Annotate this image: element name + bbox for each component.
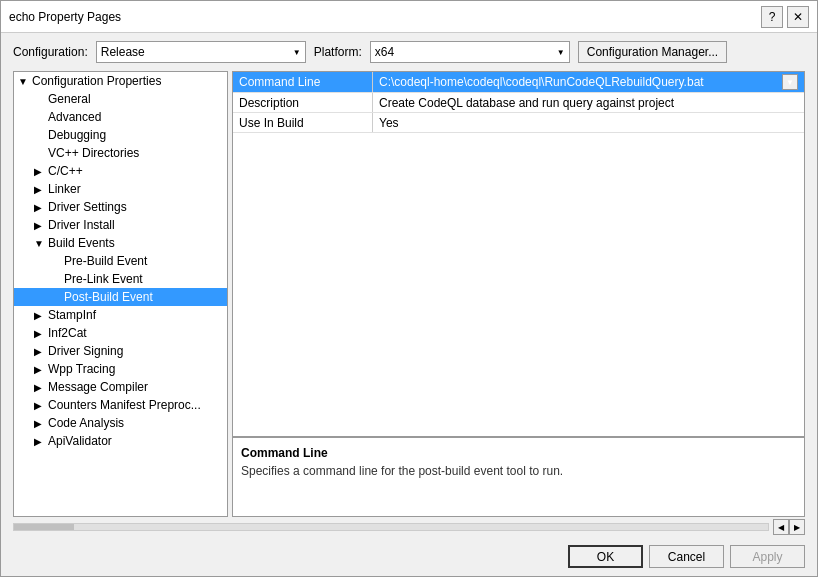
ok-button[interactable]: OK [568,545,643,568]
bottom-bar: OK Cancel Apply [1,537,817,576]
property-grid: Command LineC:\codeql-home\codeql\codeql… [233,72,804,436]
tree-item-label: Linker [48,182,81,196]
tree-scrollbar-track[interactable] [13,523,769,531]
tree-item-label: General [48,92,91,106]
tree-item[interactable]: ▶Driver Signing [14,342,227,360]
tree-item-label: StampInf [48,308,96,322]
tree-item[interactable]: ▶Code Analysis [14,414,227,432]
tree-item[interactable]: ▶C/C++ [14,162,227,180]
help-button[interactable]: ? [761,6,783,28]
tree-panel: ▼Configuration PropertiesGeneralAdvanced… [13,71,228,517]
property-name: Use In Build [233,113,373,132]
tree-item[interactable]: ▼Build Events [14,234,227,252]
tree-item[interactable]: VC++ Directories [14,144,227,162]
expand-icon: ▶ [34,400,46,411]
tree-item[interactable]: Debugging [14,126,227,144]
property-row[interactable]: Command LineC:\codeql-home\codeql\codeql… [233,72,804,93]
platform-label: Platform: [314,45,362,59]
tree-item-label: Pre-Link Event [64,272,143,286]
expand-icon: ▶ [34,310,46,321]
description-text: Specifies a command line for the post-bu… [241,464,796,478]
property-value: C:\codeql-home\codeql\codeql\RunCodeQLRe… [373,72,804,92]
expand-icon: ▶ [34,346,46,357]
prop-value-wrapper: C:\codeql-home\codeql\codeql\RunCodeQLRe… [379,74,798,90]
title-bar: echo Property Pages ? ✕ [1,1,817,33]
tree-item-label: Post-Build Event [64,290,153,304]
platform-value: x64 [375,45,394,59]
tree-item-label: Driver Settings [48,200,127,214]
tree-scrollbar-area: ◀ ▶ [1,517,817,537]
tree-item[interactable]: Advanced [14,108,227,126]
dialog-title: echo Property Pages [9,10,121,24]
description-panel: Command Line Specifies a command line fo… [233,436,804,516]
title-bar-buttons: ? ✕ [761,6,809,28]
tree-item[interactable]: ▶StampInf [14,306,227,324]
main-area: ▼Configuration PropertiesGeneralAdvanced… [1,71,817,517]
tree-item[interactable]: Post-Build Event [14,288,227,306]
tree-item[interactable]: ▶Driver Install [14,216,227,234]
expand-icon: ▼ [34,238,46,249]
config-label: Configuration: [13,45,88,59]
tree-item-label: Build Events [48,236,115,250]
expand-icon: ▶ [34,166,46,177]
tree-item-label: Debugging [48,128,106,142]
tree-item[interactable]: ▶Linker [14,180,227,198]
property-name: Command Line [233,72,373,92]
property-pages-dialog: echo Property Pages ? ✕ Configuration: R… [0,0,818,577]
tree-item-label: Inf2Cat [48,326,87,340]
scroll-right-button[interactable]: ▶ [789,519,805,535]
config-dropdown-icon: ▼ [293,48,301,57]
expand-icon: ▶ [34,436,46,447]
platform-dropdown-icon: ▼ [557,48,565,57]
expand-icon: ▶ [34,328,46,339]
expand-icon: ▶ [34,184,46,195]
cancel-button[interactable]: Cancel [649,545,724,568]
tree-item[interactable]: ▶Driver Settings [14,198,227,216]
tree-item-label: Pre-Build Event [64,254,147,268]
tree-item-label: Code Analysis [48,416,124,430]
tree-item-label: Counters Manifest Preproc... [48,398,201,412]
tree-item-label: VC++ Directories [48,146,139,160]
scrollbar-arrows: ◀ ▶ [773,519,805,535]
tree-item[interactable]: ▼Configuration Properties [14,72,227,90]
apply-button[interactable]: Apply [730,545,805,568]
tree-item-label: Message Compiler [48,380,148,394]
expand-icon: ▶ [34,220,46,231]
tree-item[interactable]: Pre-Link Event [14,270,227,288]
property-row[interactable]: Use In BuildYes [233,113,804,133]
expand-icon: ▶ [34,418,46,429]
configuration-select[interactable]: Release ▼ [96,41,306,63]
tree-item-label: Driver Signing [48,344,123,358]
description-title: Command Line [241,446,796,460]
tree-item[interactable]: ▶ApiValidator [14,432,227,450]
tree-item[interactable]: ▶Wpp Tracing [14,360,227,378]
tree-item-label: Driver Install [48,218,115,232]
expand-icon: ▶ [34,202,46,213]
expand-icon: ▼ [18,76,30,87]
prop-dropdown-button[interactable]: ▼ [782,74,798,90]
property-row[interactable]: DescriptionCreate CodeQL database and ru… [233,93,804,113]
config-bar: Configuration: Release ▼ Platform: x64 ▼… [1,33,817,71]
tree-item-label: Wpp Tracing [48,362,115,376]
config-manager-button[interactable]: Configuration Manager... [578,41,727,63]
close-button[interactable]: ✕ [787,6,809,28]
property-value: Create CodeQL database and run query aga… [373,93,804,112]
content-panel: Command LineC:\codeql-home\codeql\codeql… [232,71,805,517]
tree-item-label: Advanced [48,110,101,124]
property-name: Description [233,93,373,112]
platform-select[interactable]: x64 ▼ [370,41,570,63]
expand-icon: ▶ [34,364,46,375]
config-value: Release [101,45,145,59]
prop-value-text: C:\codeql-home\codeql\codeql\RunCodeQLRe… [379,75,782,89]
tree-item[interactable]: ▶Inf2Cat [14,324,227,342]
tree-item-label: ApiValidator [48,434,112,448]
tree-item[interactable]: ▶Message Compiler [14,378,227,396]
property-value: Yes [373,113,804,132]
scroll-left-button[interactable]: ◀ [773,519,789,535]
tree-item[interactable]: ▶Counters Manifest Preproc... [14,396,227,414]
tree-item[interactable]: Pre-Build Event [14,252,227,270]
tree-item[interactable]: General [14,90,227,108]
tree-scrollbar-thumb[interactable] [14,524,74,530]
expand-icon: ▶ [34,382,46,393]
tree-item-label: Configuration Properties [32,74,161,88]
